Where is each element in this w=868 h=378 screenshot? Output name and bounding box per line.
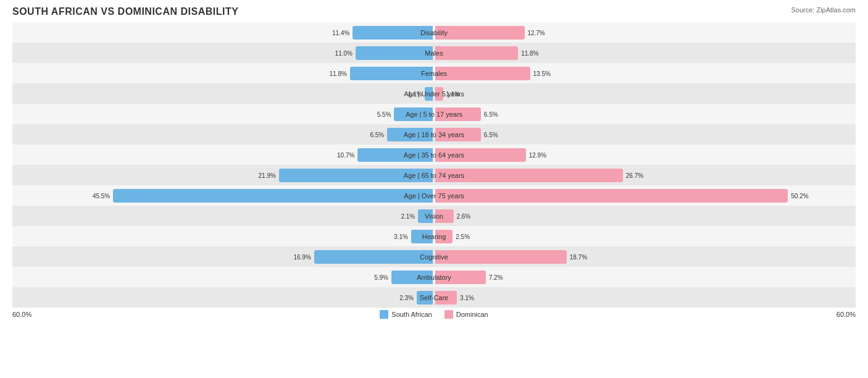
right-value: 11.8% [521, 49, 538, 56]
left-value: 11.8% [330, 70, 347, 77]
right-value: 18.7% [570, 253, 587, 260]
chart-container: SOUTH AFRICAN VS DOMINICAN DISABILITY So… [0, 0, 868, 378]
chart-footer: 60.0% South AfricanDominican 60.0% [12, 310, 856, 319]
right-value: 3.1% [460, 294, 474, 301]
right-value: 26.7% [626, 172, 643, 178]
legend-item: Dominican [444, 310, 488, 319]
right-value: 12.7% [527, 29, 545, 36]
right-value: 50.2% [791, 192, 808, 199]
right-bar [435, 189, 788, 203]
left-bar [350, 67, 433, 80]
bar-label: Hearing [422, 233, 446, 240]
left-value: 5.9% [374, 274, 388, 280]
bar-label: Age | 35 to 64 years [404, 151, 464, 159]
axis-label-right: 60.0% [837, 311, 856, 318]
left-value: 6.5% [370, 131, 384, 138]
legend-color-box [444, 310, 453, 319]
left-value: 11.0% [335, 49, 353, 56]
legend-label: South African [391, 311, 432, 318]
chart-header: SOUTH AFRICAN VS DOMINICAN DISABILITY So… [12, 6, 856, 17]
bar-row: Males11.0%11.8% [12, 43, 856, 63]
bar-row: Ambulatory5.9%7.2% [12, 267, 856, 287]
left-value: 21.9% [259, 172, 276, 178]
legend-item: South African [380, 310, 432, 319]
bar-label: Females [421, 70, 447, 77]
bar-row: Age | 65 to 74 years21.9%26.7% [12, 165, 856, 185]
right-value: 12.9% [529, 151, 546, 158]
left-value: 5.5% [377, 111, 391, 117]
bar-label: Self-Care [420, 294, 448, 301]
bar-label: Males [425, 49, 443, 57]
bar-row: Age | 5 to 17 years5.5%6.5% [12, 104, 856, 124]
bar-label: Cognitive [420, 253, 448, 261]
right-bar [435, 26, 525, 40]
left-value: 45.5% [93, 192, 110, 199]
bar-row: Disability11.4%12.7% [12, 22, 856, 43]
bar-row: Females11.8%13.5% [12, 63, 856, 83]
bar-row: Cognitive16.9%18.7% [12, 246, 856, 267]
chart-title: SOUTH AFRICAN VS DOMINICAN DISABILITY [12, 6, 238, 17]
left-value: 3.1% [394, 233, 408, 240]
axis-label-left: 60.0% [12, 311, 31, 318]
bar-label: Vision [425, 212, 443, 220]
right-value: 13.5% [533, 70, 551, 77]
legend-color-box [380, 310, 388, 319]
bar-label: Age | 18 to 34 years [404, 131, 464, 138]
right-value: 2.5% [456, 233, 470, 240]
bar-label: Age | Under 5 years [404, 90, 464, 98]
right-bar [435, 67, 530, 80]
bar-label: Age | 65 to 74 years [404, 172, 464, 179]
bar-label: Disability [420, 29, 448, 36]
bar-row: Age | 35 to 64 years10.7%12.9% [12, 145, 856, 165]
left-bar [314, 250, 433, 264]
bar-label: Ambulatory [417, 274, 451, 281]
right-value: 6.5% [484, 111, 498, 117]
left-value: 2.1% [401, 212, 415, 219]
left-bar [113, 189, 433, 203]
legend-label: Dominican [456, 311, 488, 318]
chart-area: Disability11.4%12.7%Males11.0%11.8%Femal… [12, 22, 856, 308]
right-value: 2.6% [456, 212, 470, 219]
left-value: 2.3% [399, 294, 414, 301]
bar-row: Hearing3.1%2.5% [12, 226, 856, 246]
bar-row: Vision2.1%2.6% [12, 206, 856, 226]
right-bar [435, 250, 567, 264]
chart-source: Source: ZipAtlas.com [791, 6, 856, 14]
left-value: 11.4% [332, 29, 349, 36]
bar-label: Age | 5 to 17 years [406, 111, 462, 118]
bar-row: Age | Over 75 years45.5%50.2% [12, 185, 856, 206]
right-value: 6.5% [484, 131, 498, 138]
bar-label: Age | Over 75 years [404, 192, 464, 200]
right-bar [435, 46, 518, 60]
left-value: 10.7% [337, 151, 354, 158]
legend: South AfricanDominican [380, 310, 488, 319]
bar-row: Age | 18 to 34 years6.5%6.5% [12, 124, 856, 145]
bar-row: Self-Care2.3%3.1% [12, 287, 856, 308]
bar-row: Age | Under 5 years1.1%1.1% [12, 83, 856, 104]
right-value: 7.2% [489, 274, 503, 280]
left-bar [356, 46, 433, 60]
left-value: 16.9% [293, 253, 311, 260]
